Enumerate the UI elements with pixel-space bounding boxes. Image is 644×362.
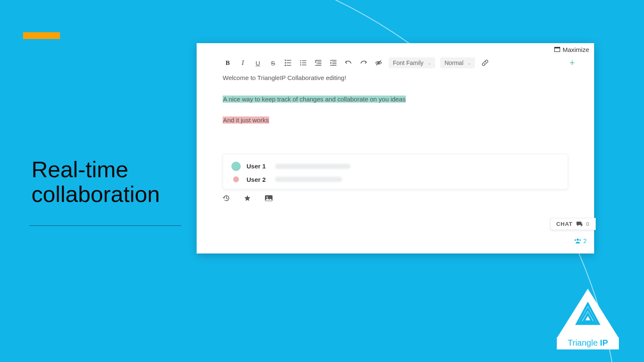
brand-name-2: IP [600, 338, 608, 347]
eye-off-icon [375, 59, 382, 67]
history-button[interactable] [223, 194, 230, 204]
user-color-dot [231, 162, 241, 171]
maximize-button[interactable]: Maximize [197, 43, 594, 54]
maximize-label: Maximize [563, 46, 589, 53]
unordered-list-button[interactable] [298, 58, 308, 68]
svg-point-10 [579, 239, 581, 241]
indent-button[interactable] [328, 58, 338, 68]
collaborators-panel: User 1 User 2 [223, 154, 568, 189]
content-line-3: And it just works [223, 116, 269, 124]
redo-icon [360, 59, 367, 67]
chat-toggle[interactable]: CHAT 0 [550, 218, 596, 230]
underline-button[interactable]: U [253, 58, 263, 68]
slide-title: Real-time collaboration [31, 157, 160, 207]
svg-rect-1 [554, 47, 560, 49]
font-family-label: Font Family [393, 59, 423, 66]
unordered-list-icon [299, 59, 307, 67]
outdent-icon [314, 59, 322, 67]
svg-point-4 [300, 65, 301, 66]
image-icon [265, 195, 273, 202]
ordered-list-button[interactable] [283, 58, 293, 68]
chat-count: 0 [586, 221, 589, 227]
content-line-2: A nice way to keep track of changes and … [223, 96, 406, 103]
undo-icon [345, 59, 352, 67]
editor-content[interactable]: Welcome to TriangleIP Collaborative edit… [197, 72, 594, 141]
title-line-1: Real-time [31, 157, 128, 182]
user-name: User 1 [247, 163, 266, 170]
online-users-badge[interactable]: 2 [574, 238, 587, 244]
favorite-button[interactable] [244, 194, 251, 204]
image-button[interactable] [265, 195, 273, 203]
brand-name-1: Triangle [568, 338, 598, 347]
user-name: User 2 [247, 176, 266, 183]
title-line-2: collaboration [31, 181, 160, 207]
svg-point-9 [575, 239, 576, 241]
svg-point-3 [300, 62, 301, 64]
redo-button[interactable] [358, 58, 369, 68]
strikethrough-button[interactable]: S [268, 58, 278, 68]
people-icon [574, 238, 582, 244]
italic-button[interactable]: I [238, 58, 248, 68]
chat-icon [576, 221, 583, 227]
user-email-redacted [275, 164, 351, 169]
svg-point-7 [266, 196, 267, 197]
user-email-redacted [275, 177, 342, 182]
visibility-button[interactable] [374, 58, 384, 68]
maximize-icon [554, 47, 560, 52]
chat-label: CHAT [556, 221, 573, 227]
triangle-logo-icon [574, 302, 601, 326]
content-line-1: Welcome to TriangleIP Collaborative edit… [223, 73, 568, 83]
bottom-toolbar [197, 189, 594, 204]
svg-point-8 [577, 238, 579, 240]
bold-button[interactable]: B [223, 58, 233, 68]
outdent-button[interactable] [313, 58, 323, 68]
user-color-dot [233, 176, 239, 182]
chevron-down-icon: ⌄ [467, 61, 471, 65]
undo-button[interactable] [343, 58, 353, 68]
font-family-dropdown[interactable]: Font Family ⌄ [389, 57, 435, 68]
link-icon [481, 59, 489, 67]
indent-icon [330, 59, 337, 67]
add-button[interactable]: + [569, 57, 582, 68]
paragraph-style-dropdown[interactable]: Normal ⌄ [440, 57, 475, 68]
history-icon [223, 194, 230, 202]
online-users-count: 2 [583, 238, 587, 244]
svg-point-2 [300, 60, 301, 62]
chevron-down-icon: ⌄ [428, 61, 431, 65]
collaborator-row: User 2 [231, 173, 559, 186]
collaborator-row: User 1 [231, 159, 559, 173]
star-icon [244, 194, 251, 202]
paragraph-style-label: Normal [444, 59, 463, 66]
editor-toolbar: B I U S Font Family ⌄ Normal ⌄ [197, 54, 594, 72]
accent-bar [23, 32, 60, 39]
brand-logo: Triangle IP [557, 289, 619, 349]
ordered-list-icon [284, 59, 292, 67]
editor-app: Maximize B I U S Font Family ⌄ [197, 43, 594, 253]
title-underline [29, 225, 181, 226]
link-button[interactable] [480, 58, 490, 68]
